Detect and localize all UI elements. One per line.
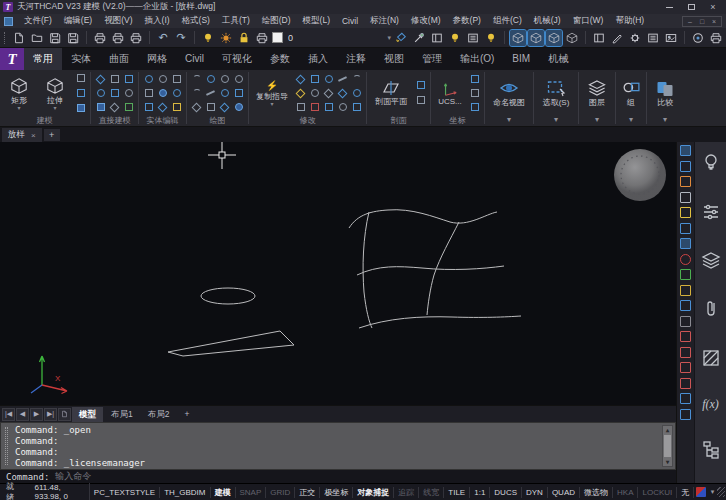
menu-item-file[interactable]: 文件(F) <box>18 15 58 27</box>
tab-view[interactable]: 视图 <box>375 48 413 70</box>
tab-surface[interactable]: 曲面 <box>100 48 138 70</box>
toggle-quad[interactable]: QUAD <box>548 487 580 498</box>
tool-icon[interactable] <box>94 101 107 114</box>
toggle-ducs[interactable]: DUCS <box>490 487 522 498</box>
scroll-up-icon[interactable]: ▲ <box>666 426 670 434</box>
toggle-snap[interactable]: SNAP <box>236 487 267 498</box>
layer-thaw-button[interactable] <box>218 30 234 46</box>
tool-icon[interactable] <box>218 73 231 86</box>
resize-grip[interactable] <box>717 487 725 497</box>
undo-button[interactable]: ↶ <box>155 30 171 46</box>
tool-icon[interactable] <box>308 87 321 100</box>
spline-icon[interactable] <box>680 176 691 187</box>
new-document-tab-button[interactable]: + <box>44 129 60 141</box>
toggle-pickset[interactable]: 微选物 <box>580 487 613 498</box>
attachments-button[interactable] <box>701 299 721 321</box>
panel-expander[interactable]: ▾ <box>650 115 680 126</box>
chevron-down-icon[interactable]: ▾ <box>387 34 391 42</box>
tab-visualize[interactable]: 可视化 <box>213 48 261 70</box>
lightning-icon[interactable] <box>680 207 691 218</box>
mdi-minimize-button[interactable]: – <box>685 17 695 26</box>
menu-item-model[interactable]: 模型(L) <box>297 15 336 27</box>
mdi-close-button[interactable]: × <box>709 17 719 26</box>
menu-item-insert[interactable]: 插入(I) <box>139 15 176 27</box>
thcad-logo-icon[interactable]: T <box>0 48 24 70</box>
tool-icon[interactable] <box>204 101 217 114</box>
tool-icon[interactable] <box>204 73 217 86</box>
tool-icon[interactable] <box>142 101 155 114</box>
center-mark-icon[interactable] <box>680 409 691 420</box>
tool-icon[interactable] <box>156 101 169 114</box>
layer-plot-button[interactable] <box>254 30 270 46</box>
tool-icon[interactable] <box>142 87 155 100</box>
drawing-canvas[interactable]: X <box>0 142 676 405</box>
view-iso-se-button[interactable] <box>546 30 562 46</box>
toggle-lockui[interactable]: LOCKUI <box>638 487 677 498</box>
menu-item-edit[interactable]: 编辑(E) <box>58 15 98 27</box>
tool-icon[interactable] <box>108 87 121 100</box>
tool-icon[interactable] <box>468 87 481 100</box>
tool-icon[interactable] <box>204 87 217 100</box>
layer-walk-button[interactable] <box>483 30 499 46</box>
command-input-line[interactable]: Command: 输入命令 <box>0 470 676 483</box>
tool-icon[interactable] <box>468 73 481 86</box>
corner-icon[interactable] <box>680 269 691 280</box>
edit-button[interactable] <box>609 30 625 46</box>
menu-item-format[interactable]: 格式(S) <box>176 15 216 27</box>
plot-button[interactable] <box>92 30 108 46</box>
toggle-tile[interactable]: TILE <box>444 487 470 498</box>
named-views-button[interactable]: 命名视图 <box>488 79 530 108</box>
toggle-ortho[interactable]: 正交 <box>295 487 320 498</box>
ucs-button[interactable]: UCS... <box>434 81 466 106</box>
fx-parametric-button[interactable]: f(x) <box>702 397 719 412</box>
tool-icon[interactable] <box>218 87 231 100</box>
tool-icon[interactable] <box>308 101 321 114</box>
mdi-restore-button[interactable]: □ <box>697 17 707 26</box>
tool-icon[interactable] <box>336 101 349 114</box>
view-iso-nw-button[interactable] <box>528 30 544 46</box>
menu-item-view[interactable]: 视图(V) <box>98 15 138 27</box>
tool-icon[interactable] <box>190 73 203 86</box>
section-plane-button[interactable]: 剖面平面 <box>370 80 412 107</box>
menu-item-draw[interactable]: 绘图(D) <box>256 15 297 27</box>
tool-icon[interactable] <box>294 101 307 114</box>
tool-icon[interactable] <box>190 87 203 100</box>
layer-on-button[interactable] <box>200 30 216 46</box>
toggle-scale[interactable]: 1:1 <box>470 487 490 498</box>
chevron-down-icon[interactable]: ▾ <box>708 488 718 496</box>
tool-icon[interactable] <box>350 87 363 100</box>
loft-surface-wireframe[interactable] <box>349 210 521 328</box>
toggle-dyn[interactable]: DYN <box>522 487 548 498</box>
toggle-none[interactable]: 无 <box>677 487 694 498</box>
tool-icon[interactable] <box>414 79 427 92</box>
tool-icon[interactable] <box>142 73 155 86</box>
tab-model[interactable]: 模型 <box>72 407 103 422</box>
save-button[interactable] <box>47 30 63 46</box>
settings-button[interactable] <box>627 30 643 46</box>
display-panel-icon[interactable] <box>680 145 691 156</box>
toggle-dimstyle[interactable]: TH_GBDIM <box>160 487 210 498</box>
menu-item-parameters[interactable]: 参数(P) <box>447 15 487 27</box>
first-tab-button[interactable]: |◀ <box>2 408 15 421</box>
align-icon[interactable] <box>680 393 691 404</box>
maximize-button[interactable] <box>685 2 697 13</box>
wand-icon[interactable] <box>680 192 691 203</box>
ok-box-icon[interactable] <box>680 238 691 249</box>
tab-civil[interactable]: Civil <box>176 48 213 70</box>
toggle-grid[interactable]: GRID <box>266 487 295 498</box>
open-file-button[interactable] <box>29 30 45 46</box>
menu-item-civil[interactable]: Civil <box>336 16 364 26</box>
tab-manage[interactable]: 管理 <box>413 48 451 70</box>
tab-layout1[interactable]: 布局1 <box>104 407 140 422</box>
layer-freeze-button[interactable] <box>465 30 481 46</box>
leader-icon[interactable] <box>680 285 691 296</box>
light-bulb-button[interactable] <box>701 152 721 174</box>
tool-icon[interactable] <box>468 101 481 114</box>
tool-icon[interactable] <box>232 87 245 100</box>
tool-icon[interactable] <box>350 73 363 86</box>
toggle-hka[interactable]: HKA <box>613 487 638 498</box>
menu-item-modify[interactable]: 修改(M) <box>405 15 447 27</box>
navigation-ball[interactable] <box>614 149 666 201</box>
tool-icon[interactable] <box>294 87 307 100</box>
toggle-textstyle[interactable]: PC_TEXTSTYLE <box>90 487 160 498</box>
